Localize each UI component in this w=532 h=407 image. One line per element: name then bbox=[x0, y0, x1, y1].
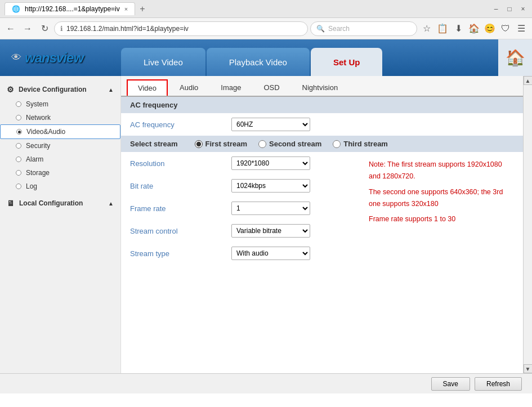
tab-live-video[interactable]: Live Video bbox=[121, 48, 205, 76]
bookmark-star-icon[interactable]: ☆ bbox=[419, 21, 434, 36]
address-text: 192.168.1.2/main.html?id=1&playtype=iv bbox=[66, 25, 302, 33]
sidebar-item-storage[interactable]: Storage bbox=[0, 166, 120, 180]
local-config-header[interactable]: 🖥 Local Configuration ▲ bbox=[0, 195, 120, 211]
form-fields: Resolution 1920*1080 1280*720 640*360 32… bbox=[121, 152, 360, 265]
note-line-3: Frame rate supports 1 to 30 bbox=[369, 213, 514, 225]
device-config-header[interactable]: ⚙ Device Configuration ▲ bbox=[0, 82, 120, 97]
tab-video[interactable]: Video bbox=[127, 79, 168, 96]
stream-control-select[interactable]: Variable bitrate Constant bitrate bbox=[231, 224, 310, 238]
info-icon: ℹ bbox=[60, 25, 63, 33]
sidebar-video-label: Video&Audio bbox=[26, 128, 65, 136]
second-stream-radio[interactable]: Second stream bbox=[258, 140, 321, 148]
sidebar-log-label: Log bbox=[26, 182, 37, 190]
back-button[interactable]: ← bbox=[3, 21, 18, 36]
bitrate-select[interactable]: 512kbps 1024kbps 2048kbps bbox=[231, 179, 310, 193]
search-icon: 🔍 bbox=[316, 25, 325, 33]
content-area: Video Audio Image OSD Nightvision AC fre… bbox=[121, 76, 523, 373]
tab-image[interactable]: Image bbox=[210, 79, 252, 96]
device-config-icon: ⚙ bbox=[7, 85, 14, 94]
tab-set-up[interactable]: Set Up bbox=[311, 48, 383, 76]
scrollbar[interactable]: ▲ ▼ bbox=[523, 76, 532, 373]
maximize-button[interactable]: □ bbox=[505, 5, 514, 14]
sidebar-item-system[interactable]: System bbox=[0, 97, 120, 111]
stream-type-select[interactable]: With audio Video only bbox=[231, 247, 310, 260]
select-stream-label: Select stream bbox=[130, 140, 178, 148]
note-box: Note: The first stream supports 1920x108… bbox=[360, 154, 523, 230]
note-text-2: The second one supports 640x360; the 3rd… bbox=[369, 188, 503, 208]
sub-tabs: Video Audio Image OSD Nightvision bbox=[121, 76, 523, 97]
bitrate-label: Bit rate bbox=[130, 182, 231, 190]
local-config-icon: 🖥 bbox=[7, 199, 15, 208]
local-config-label: Local Configuration bbox=[19, 199, 83, 207]
third-stream-label: Third stream bbox=[343, 140, 388, 148]
third-stream-input[interactable] bbox=[333, 140, 341, 148]
note-text-3: Frame rate supports 1 to 30 bbox=[369, 215, 455, 223]
search-placeholder: Search bbox=[328, 25, 350, 33]
device-config-label: Device Configuration bbox=[19, 86, 87, 93]
search-bar[interactable]: 🔍 Search bbox=[310, 21, 417, 36]
resolution-select[interactable]: 1920*1080 1280*720 640*360 320*180 bbox=[231, 156, 310, 170]
minimize-button[interactable]: – bbox=[491, 5, 500, 14]
form-note-layout: Resolution 1920*1080 1280*720 640*360 32… bbox=[121, 152, 523, 265]
radio-video-icon bbox=[16, 129, 22, 135]
framerate-group: Frame rate 1 5 10 15 20 25 30 bbox=[121, 197, 360, 220]
scroll-up-arrow[interactable]: ▲ bbox=[524, 76, 533, 85]
reading-list-icon[interactable]: 📋 bbox=[435, 21, 450, 36]
sidebar-system-label: System bbox=[26, 100, 48, 108]
sidebar-alarm-label: Alarm bbox=[26, 155, 43, 163]
sidebar-network-label: Network bbox=[26, 114, 51, 122]
home-button[interactable]: 🏠 bbox=[498, 39, 532, 76]
home-house-icon: 🏠 bbox=[506, 48, 525, 67]
sidebar-item-alarm[interactable]: Alarm bbox=[0, 153, 120, 166]
tab-audio[interactable]: Audio bbox=[169, 79, 209, 96]
radio-system-icon bbox=[16, 101, 21, 107]
save-button[interactable]: Save bbox=[431, 377, 470, 391]
note-area: Note: The first stream supports 1920x108… bbox=[360, 152, 523, 265]
stream-type-group: Stream type With audio Video only bbox=[121, 242, 360, 265]
stream-radio-group: First stream Second stream Third stream bbox=[195, 140, 388, 148]
main-layout: ⚙ Device Configuration ▲ System Network … bbox=[0, 76, 532, 373]
collapse-arrow-icon: ▲ bbox=[108, 87, 114, 93]
toolbar-icons: ☆ 📋 ⬇ 🏠 😊 🛡 ☰ bbox=[419, 21, 529, 36]
menu-icon[interactable]: ☰ bbox=[514, 21, 529, 36]
stream-control-group: Stream control Variable bitrate Constant… bbox=[121, 220, 360, 242]
browser-tab[interactable]: 🌐 http://192.168....=1&playtype=iv × bbox=[5, 2, 135, 15]
forward-button[interactable]: → bbox=[20, 21, 35, 36]
sidebar-item-network[interactable]: Network bbox=[0, 111, 120, 124]
footer-bar: Save Refresh bbox=[0, 373, 532, 393]
sidebar-item-log[interactable]: Log bbox=[0, 180, 120, 193]
tab-close-button[interactable]: × bbox=[124, 6, 128, 12]
home-icon[interactable]: 🏠 bbox=[467, 21, 481, 36]
tab-osd[interactable]: OSD bbox=[253, 79, 290, 96]
ac-frequency-select[interactable]: 50HZ 60HZ bbox=[231, 118, 310, 131]
refresh-button[interactable]: Refresh bbox=[475, 377, 522, 391]
close-button[interactable]: × bbox=[518, 5, 527, 14]
tab-nightvision[interactable]: Nightvision bbox=[292, 79, 349, 96]
framerate-select[interactable]: 1 5 10 15 20 25 30 bbox=[231, 202, 310, 215]
reload-button[interactable]: ↻ bbox=[37, 21, 52, 36]
window-controls: – □ × bbox=[491, 5, 527, 14]
address-bar[interactable]: ℹ 192.168.1.2/main.html?id=1&playtype=iv bbox=[54, 21, 308, 36]
first-stream-input[interactable] bbox=[195, 140, 203, 148]
tab-playback-video[interactable]: Playback Video bbox=[207, 48, 310, 76]
scroll-down-arrow[interactable]: ▼ bbox=[524, 364, 533, 373]
resolution-label: Resolution bbox=[130, 159, 231, 168]
first-stream-label: First stream bbox=[205, 140, 247, 148]
second-stream-label: Second stream bbox=[269, 140, 321, 148]
radio-security-icon bbox=[16, 143, 21, 149]
nav-tabs: Live Video Playback Video Set Up bbox=[121, 39, 498, 76]
new-tab-button[interactable]: + bbox=[135, 2, 149, 16]
account-icon[interactable]: 😊 bbox=[482, 21, 497, 36]
shield-icon[interactable]: 🛡 bbox=[498, 21, 513, 36]
download-icon[interactable]: ⬇ bbox=[451, 21, 466, 36]
sidebar-item-video-audio[interactable]: Video&Audio bbox=[0, 124, 120, 139]
browser-titlebar: 🌐 http://192.168....=1&playtype=iv × + –… bbox=[0, 0, 532, 18]
note-line-1: Note: The first stream supports 1920x108… bbox=[369, 159, 514, 183]
logo-text: wansview bbox=[25, 50, 83, 66]
second-stream-input[interactable] bbox=[258, 140, 266, 148]
tab-url: http://192.168....=1&playtype=iv bbox=[25, 5, 120, 13]
first-stream-radio[interactable]: First stream bbox=[195, 140, 247, 148]
third-stream-radio[interactable]: Third stream bbox=[333, 140, 388, 148]
radio-storage-icon bbox=[16, 170, 21, 176]
sidebar-item-security[interactable]: Security bbox=[0, 139, 120, 153]
